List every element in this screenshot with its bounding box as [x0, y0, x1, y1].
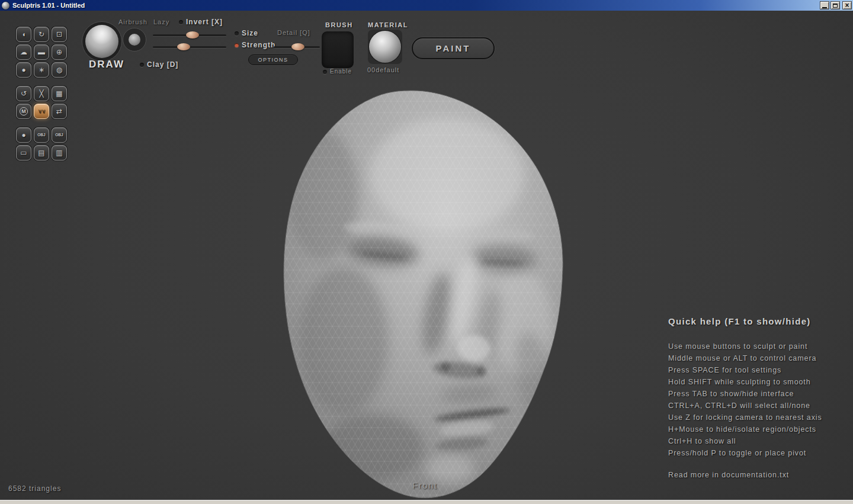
help-line: Press/hold P to toggle or place pivot [668, 447, 846, 459]
lazy-radius-indicator[interactable] [123, 28, 146, 52]
detail-slider-knob[interactable] [291, 43, 304, 50]
grab-icon: ⊕ [56, 49, 62, 56]
symmetry-icon: ⇄ [56, 108, 62, 115]
help-line: Hold SHIFT while sculpting to smooth [668, 376, 846, 388]
open-scene-button[interactable]: ▤ [34, 145, 49, 160]
draw-tool-button[interactable]: ☁ [16, 44, 31, 60]
help-line: Ctrl+H to show all [668, 435, 846, 447]
detail-label: Detail [Q] [277, 29, 310, 36]
help-line: Use Z for locking camera to nearest axis [668, 412, 846, 423]
material-sphere-icon [369, 31, 401, 63]
sphere-icon: ● [21, 131, 25, 139]
brush-texture-slot[interactable] [321, 31, 354, 69]
strength-slider[interactable] [153, 46, 226, 48]
export-obj-button[interactable]: OBJ [52, 127, 67, 143]
save-icon: ▥ [56, 149, 62, 156]
brush-enable-label[interactable]: Enable [330, 68, 352, 75]
clear-mask-icon: ╳ [39, 90, 43, 97]
brush-panel-title: BRUSH [325, 21, 353, 28]
import-obj-button[interactable]: OBJ [34, 127, 49, 143]
scale-tool-button[interactable]: ⊡ [52, 27, 67, 42]
close-button[interactable]: × [842, 1, 852, 9]
clear-mask-button[interactable]: ╳ [34, 86, 49, 101]
lazy-core-icon [129, 34, 140, 46]
minimize-icon [822, 7, 827, 8]
crease-tool-button[interactable]: ◖ [16, 27, 31, 42]
size-label: Size [242, 29, 258, 37]
airbrush-label[interactable]: Airbrush [118, 18, 147, 25]
subdivide-all-icon: ▦ [56, 90, 62, 97]
minimize-button[interactable] [820, 1, 829, 9]
window-controls: × [820, 1, 852, 9]
new-plane-button[interactable]: ▭ [16, 145, 31, 160]
mask-tool-button[interactable]: M [16, 104, 31, 119]
crease-icon: ◖ [21, 31, 25, 38]
wireframe-overlay [255, 71, 586, 504]
flatten-icon: ▬ [38, 49, 45, 56]
open-icon: ▤ [38, 149, 44, 156]
flatten-tool-button[interactable]: ▬ [34, 44, 49, 60]
wireframe-icon: ∨∨ [38, 108, 46, 114]
head-shading [255, 71, 586, 504]
mask-icon: M [20, 107, 28, 115]
options-button[interactable]: OPTIONS [248, 54, 298, 65]
material-panel-title: MATERIAL [368, 21, 408, 28]
app-icon [2, 2, 9, 9]
sculptris-window: Sculptris 1.01 - Untitled × [0, 0, 853, 504]
titlebar[interactable]: Sculptris 1.01 - Untitled × [0, 0, 853, 11]
taskbar-edge[interactable] [0, 500, 853, 504]
draw-icon: ☁ [20, 49, 27, 56]
size-radio[interactable] [235, 31, 239, 36]
quick-help-footer: Read more in documentation.txt [668, 471, 846, 479]
brush-preview[interactable] [82, 21, 122, 62]
strength-slider-knob[interactable] [177, 43, 190, 50]
size-slider[interactable] [153, 34, 226, 36]
inflate-tool-button[interactable]: ● [16, 62, 31, 78]
reduce-selected-button[interactable]: ↺ [16, 86, 31, 101]
help-line: Middle mouse or ALT to control camera [668, 352, 846, 364]
paint-mode-button[interactable]: PAINT [412, 37, 495, 59]
symmetry-toggle-button[interactable]: ⇄ [52, 104, 67, 119]
inflate-icon: ● [21, 66, 25, 73]
size-slider-knob[interactable] [186, 31, 199, 38]
material-name: 00default [367, 66, 399, 73]
quick-help-title: Quick help (F1 to show/hide) [668, 316, 846, 326]
smooth-icon: ◍ [56, 66, 62, 73]
view-orientation-label: Front [412, 480, 438, 490]
invert-radio[interactable] [179, 20, 183, 24]
window-title: Sculptris 1.01 - Untitled [12, 2, 820, 9]
strength-radio[interactable] [235, 43, 239, 47]
smooth-tool-button[interactable]: ◍ [52, 62, 67, 78]
save-scene-button[interactable]: ▥ [52, 145, 67, 160]
triangle-count: 6582 triangles [8, 484, 61, 493]
help-line: H+Mouse to hide/isolate region/objects [668, 423, 846, 435]
export-obj-icon: OBJ [55, 133, 63, 137]
subdivide-all-button[interactable]: ▦ [52, 86, 67, 101]
pinch-tool-button[interactable]: ∗ [34, 62, 49, 78]
import-obj-icon: OBJ [37, 133, 45, 137]
close-icon: × [845, 2, 849, 8]
detail-slider[interactable] [274, 46, 320, 48]
rotate-icon: ↻ [39, 31, 44, 38]
rotate-tool-button[interactable]: ↻ [34, 27, 49, 42]
plane-icon: ▭ [20, 149, 27, 156]
help-line: Press SPACE for tool settings [668, 364, 846, 376]
quick-help-panel: Quick help (F1 to show/hide) Use mouse b… [668, 316, 846, 479]
new-sphere-button[interactable]: ● [16, 127, 31, 143]
scale-icon: ⊡ [56, 31, 62, 38]
help-line: CTRL+A, CTRL+D will select all/none [668, 400, 846, 412]
invert-label[interactable]: Invert [X] [186, 18, 223, 26]
clay-label[interactable]: Clay [D] [147, 60, 178, 69]
reduce-selected-icon: ↺ [21, 90, 27, 97]
grab-tool-button[interactable]: ⊕ [52, 44, 67, 60]
brush-preview-sphere-icon [85, 25, 118, 58]
clay-radio[interactable] [140, 63, 144, 67]
strength-label: Strength [242, 41, 275, 49]
wireframe-toggle-button[interactable]: ∨∨ [34, 104, 49, 119]
material-slot[interactable] [368, 30, 402, 64]
help-line: Press TAB to show/hide interface [668, 388, 846, 400]
lazy-label[interactable]: Lazy [153, 18, 169, 25]
pinch-icon: ∗ [39, 66, 44, 73]
maximize-button[interactable] [830, 1, 840, 9]
brush-enable-radio[interactable] [323, 70, 327, 74]
